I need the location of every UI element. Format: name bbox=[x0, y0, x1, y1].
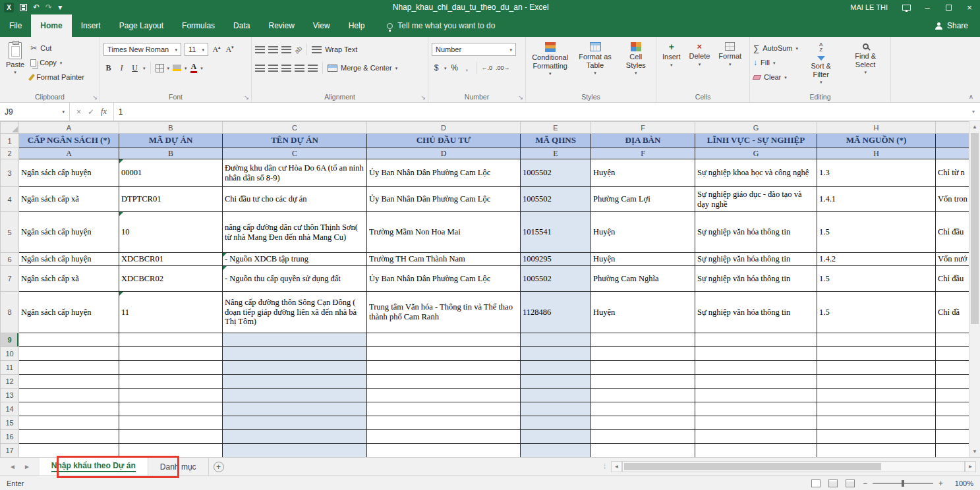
cell[interactable] bbox=[367, 333, 521, 347]
accounting-format-icon[interactable]: $ bbox=[432, 63, 441, 72]
cell-G7[interactable]: Sự nghiệp văn hóa thông tin bbox=[695, 266, 817, 292]
zoom-slider[interactable] bbox=[873, 483, 933, 484]
normal-view-icon[interactable] bbox=[811, 479, 821, 487]
cell-A6[interactable]: Ngân sách cấp huyện bbox=[19, 253, 119, 266]
cell-D2[interactable]: D bbox=[367, 148, 521, 159]
cancel-icon[interactable]: × bbox=[76, 107, 81, 117]
horizontal-scrollbar[interactable]: ⁞ ◄ ► bbox=[604, 458, 980, 476]
cell-D3[interactable]: Ủy Ban Nhân Dân Phường Cam Lộc bbox=[367, 159, 521, 187]
row-header-7[interactable]: 7 bbox=[1, 266, 19, 292]
cell[interactable] bbox=[223, 389, 367, 402]
cell[interactable] bbox=[223, 347, 367, 361]
scroll-left-icon[interactable]: ◄ bbox=[611, 461, 622, 472]
cell[interactable] bbox=[591, 347, 695, 361]
cell-I5[interactable]: Chỉ đầu bbox=[936, 212, 969, 253]
save-icon[interactable] bbox=[20, 4, 27, 11]
cell-C7[interactable]: - Nguồn thu cấp quyền sử dụng đất bbox=[223, 266, 367, 292]
col-header-a[interactable]: A bbox=[19, 122, 119, 134]
cell[interactable] bbox=[521, 361, 591, 375]
col-header-i[interactable] bbox=[936, 122, 969, 134]
cell[interactable] bbox=[591, 333, 695, 347]
row-header-11[interactable]: 11 bbox=[1, 361, 19, 375]
cell[interactable] bbox=[19, 444, 119, 458]
new-sheet-button[interactable]: + bbox=[209, 458, 229, 476]
cell-G3[interactable]: Sự nghiệp khoa học và công nghệ bbox=[695, 159, 817, 187]
cell-C1[interactable]: TÊN DỰ ÁN bbox=[223, 134, 367, 148]
font-family-select[interactable]: Times New Roman▾ bbox=[103, 43, 181, 56]
horizontal-scroll-thumb[interactable] bbox=[624, 463, 881, 470]
cell[interactable] bbox=[695, 389, 817, 402]
cell[interactable] bbox=[817, 375, 936, 389]
scroll-up-icon[interactable]: ▲ bbox=[969, 121, 980, 132]
row-header-14[interactable]: 14 bbox=[1, 402, 19, 416]
cell[interactable] bbox=[817, 333, 936, 347]
cell[interactable] bbox=[936, 375, 969, 389]
cell-C2[interactable]: C bbox=[223, 148, 367, 159]
maximize-button[interactable] bbox=[938, 0, 959, 14]
cell-B4[interactable]: DTPTCR01 bbox=[119, 187, 223, 212]
cell-I2[interactable] bbox=[936, 148, 969, 159]
user-name[interactable]: MAI LE THI bbox=[842, 3, 896, 11]
row-header-13[interactable]: 13 bbox=[1, 389, 19, 402]
expand-formula-bar-icon[interactable]: ▾ bbox=[967, 103, 980, 121]
cell-I7[interactable]: Chỉ đầu bbox=[936, 266, 969, 292]
format-as-table-button[interactable]: Format as Table ▾ bbox=[574, 40, 616, 92]
cell[interactable] bbox=[695, 333, 817, 347]
cell-H4[interactable]: 1.4.1 bbox=[817, 187, 936, 212]
row-header-5[interactable]: 5 bbox=[1, 212, 19, 253]
decrease-decimal-icon[interactable]: .00→ bbox=[496, 65, 510, 71]
tell-me-box[interactable]: Tell me what you want to do bbox=[387, 14, 495, 37]
cell[interactable] bbox=[817, 347, 936, 361]
row-header-3[interactable]: 3 bbox=[1, 159, 19, 187]
cell-E2[interactable]: E bbox=[521, 148, 591, 159]
cell-I4[interactable]: Vốn tron bbox=[936, 187, 969, 212]
minimize-button[interactable]: – bbox=[917, 0, 938, 14]
scroll-down-icon[interactable]: ▼ bbox=[969, 446, 980, 457]
cell-C8[interactable]: Nâng cấp đường thôn Sông Cạn Đông ( đoạn… bbox=[223, 292, 367, 333]
cell[interactable] bbox=[119, 416, 223, 430]
cell-F3[interactable]: Huyện bbox=[591, 159, 695, 187]
wrap-text-button[interactable]: Wrap Text bbox=[325, 43, 357, 55]
cell[interactable] bbox=[521, 444, 591, 458]
copy-button[interactable]: Copy▾ bbox=[30, 57, 84, 68]
cell[interactable] bbox=[521, 347, 591, 361]
col-header-b[interactable]: B bbox=[119, 122, 223, 134]
tab-review[interactable]: Review bbox=[259, 14, 303, 37]
cell-E6[interactable]: 1009295 bbox=[521, 253, 591, 266]
cell-A5[interactable]: Ngân sách cấp huyện bbox=[19, 212, 119, 253]
cell[interactable] bbox=[367, 389, 521, 402]
splitter-dots[interactable]: ⁞ bbox=[604, 463, 606, 470]
cell-H1[interactable]: MÃ NGUỒN (*) bbox=[817, 134, 936, 148]
fill-button[interactable]: ↓Fill▾ bbox=[753, 57, 798, 68]
format-painter-button[interactable]: Format Painter bbox=[30, 71, 84, 83]
align-top-icon[interactable] bbox=[255, 46, 265, 53]
cell-G4[interactable]: Sự nghiệp giáo dục - đào tạo và dạy nghề bbox=[695, 187, 817, 212]
cell[interactable] bbox=[695, 416, 817, 430]
tab-insert[interactable]: Insert bbox=[72, 14, 110, 37]
vertical-scrollbar[interactable]: ▲ ▼ bbox=[969, 121, 980, 457]
share-button[interactable]: Share bbox=[935, 14, 980, 37]
cell[interactable] bbox=[591, 375, 695, 389]
cell[interactable] bbox=[19, 430, 119, 444]
fill-color-icon[interactable] bbox=[173, 65, 181, 71]
cell[interactable] bbox=[591, 430, 695, 444]
cell[interactable] bbox=[367, 430, 521, 444]
cell[interactable] bbox=[223, 430, 367, 444]
align-bottom-icon[interactable] bbox=[281, 46, 291, 53]
row-header-10[interactable]: 10 bbox=[1, 347, 19, 361]
cell[interactable] bbox=[223, 444, 367, 458]
insert-function-icon[interactable]: fx bbox=[101, 107, 107, 117]
zoom-slider-thumb[interactable] bbox=[902, 480, 904, 487]
cell-B6[interactable]: XDCBCR01 bbox=[119, 253, 223, 266]
cell-E5[interactable]: 1015541 bbox=[521, 212, 591, 253]
cell[interactable] bbox=[817, 430, 936, 444]
row-header-1[interactable]: 1 bbox=[1, 134, 19, 148]
find-select-button[interactable]: Find & Select ▾ bbox=[844, 40, 887, 92]
cell-B7[interactable]: XDCBCR02 bbox=[119, 266, 223, 292]
clear-button[interactable]: Clear▾ bbox=[753, 71, 798, 83]
conditional-formatting-button[interactable]: Conditional Formatting ▾ bbox=[529, 40, 571, 92]
cell[interactable] bbox=[367, 444, 521, 458]
col-header-c[interactable]: C bbox=[223, 122, 367, 134]
cell-D1[interactable]: CHỦ ĐẦU TƯ bbox=[367, 134, 521, 148]
cell[interactable] bbox=[591, 444, 695, 458]
